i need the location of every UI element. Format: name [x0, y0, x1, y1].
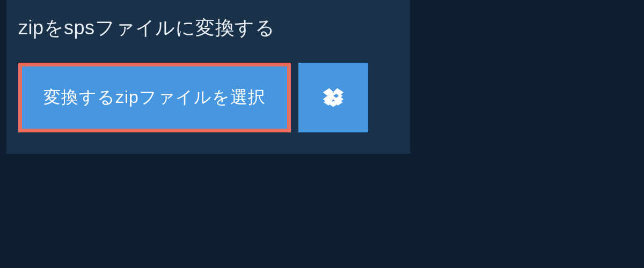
dropbox-button[interactable] [298, 63, 368, 132]
button-row: 変換するzipファイルを選択 [6, 63, 410, 154]
converter-panel: zipをspsファイルに変換する 変換するzipファイルを選択 [6, 0, 410, 154]
select-file-label: 変換するzipファイルを選択 [43, 86, 266, 109]
header: zipをspsファイルに変換する [6, 0, 335, 63]
dropbox-icon [322, 86, 345, 109]
page-title: zipをspsファイルに変換する [18, 15, 323, 41]
select-file-button[interactable]: 変換するzipファイルを選択 [18, 63, 291, 132]
